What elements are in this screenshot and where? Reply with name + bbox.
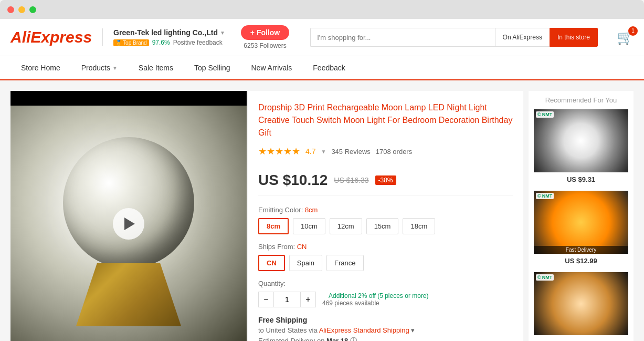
play-triangle-icon: [124, 218, 135, 230]
nmt-badge-1: © NMT: [536, 111, 554, 118]
shipping-section: Free Shipping to United States via AliEx…: [258, 316, 513, 341]
follow-section: + Follow 6253 Followers: [241, 25, 289, 49]
discount-badge: -38%: [375, 175, 396, 185]
ship-cn-button[interactable]: CN: [258, 255, 285, 271]
star-icons: ★★★★★: [258, 146, 300, 157]
delivery-info-icon[interactable]: ⓘ: [350, 337, 357, 341]
recommended-price-1: US $9.31: [534, 175, 628, 183]
quantity-available-text: 469 pieces available: [322, 299, 429, 307]
close-dot[interactable]: [7, 6, 14, 13]
recommended-sidebar: Recommended For You © NMT US $9.31 © NMT…: [529, 91, 634, 341]
delivery-date: Mar 18: [326, 337, 348, 341]
recommended-item-1[interactable]: © NMT US $9.31: [534, 109, 628, 183]
quantity-increase-button[interactable]: +: [300, 292, 316, 307]
nmt-icon-3: ©: [537, 275, 541, 280]
minimize-dot[interactable]: [18, 6, 25, 13]
recommended-item-3[interactable]: © NMT: [534, 272, 628, 335]
price-row: US $10.12 US $16.33 -38%: [258, 166, 513, 195]
medal-icon: 🏅: [115, 40, 122, 46]
fast-delivery-badge: Fast Delivery: [534, 246, 628, 254]
size-15cm-button[interactable]: 15cm: [366, 218, 399, 234]
header: AliExpress Green-Tek led lighting Co.,Lt…: [0, 19, 644, 56]
nmt-badge-3: © NMT: [536, 274, 554, 281]
rating-chevron[interactable]: ▼: [321, 149, 326, 154]
nav-top-selling[interactable]: Top Selling: [184, 56, 241, 79]
ships-from-row: Ships From: CN CN Spain France: [258, 243, 513, 271]
size-18cm-button[interactable]: 18cm: [403, 218, 435, 234]
free-shipping-label: Free Shipping: [258, 316, 513, 324]
recommended-image-2: © NMT Fast Delivery: [534, 191, 628, 254]
search-on-aliexpress-button[interactable]: On AliExpress: [495, 28, 550, 47]
nav-new-arrivals[interactable]: New Arrivals: [241, 56, 303, 79]
emitting-color-row: Emitting Color: 8cm 8cm 10cm 12cm 15cm 1…: [258, 206, 513, 234]
quantity-info: Additional 2% off (5 pieces or more) 469…: [322, 292, 429, 307]
main-content: Dropship 3D Print Rechargeable Moon Lamp…: [0, 80, 644, 341]
store-info: Green-Tek led lighting Co.,Ltd ▼ 🏅 Top B…: [102, 28, 225, 46]
current-price: US $10.12: [258, 172, 328, 189]
size-12cm-button[interactable]: 12cm: [330, 218, 362, 234]
nmt-icon-1: ©: [537, 112, 541, 117]
follow-button[interactable]: + Follow: [241, 25, 289, 40]
product-image-area: [10, 91, 247, 341]
cart-icon-wrapper[interactable]: 🛒 1: [617, 29, 634, 46]
nmt-icon-2: ©: [537, 193, 541, 199]
top-brand-badge: 🏅 Top Brand: [113, 39, 149, 46]
store-name-row: Green-Tek led lighting Co.,Ltd ▼: [113, 28, 225, 37]
rating-row: ★★★★★ 4.7 ▼ 345 Reviews 1708 orders: [258, 146, 513, 157]
emitting-color-label: Emitting Color: 8cm: [258, 206, 513, 214]
selected-ship-value: CN: [297, 243, 307, 251]
search-input[interactable]: [310, 28, 494, 47]
maximize-dot[interactable]: [29, 6, 36, 13]
size-options: 8cm 10cm 12cm 15cm 18cm: [258, 218, 513, 234]
cart-badge: 1: [628, 26, 638, 36]
quantity-input[interactable]: [274, 292, 300, 307]
nav-products[interactable]: Products ▼: [71, 56, 128, 79]
shipping-detail: to United States via AliExpress Standard…: [258, 326, 513, 334]
recommended-price-2: US $12.99: [534, 257, 628, 265]
followers-count: 6253 Followers: [244, 42, 286, 49]
feedback-percent: 97.6%: [152, 39, 170, 46]
estimated-delivery: Estimated Delivery on Mar 18 ⓘ: [258, 336, 513, 341]
reviews-count[interactable]: 345 Reviews: [331, 148, 370, 156]
size-10cm-button[interactable]: 10cm: [293, 218, 325, 234]
search-area: On AliExpress In this store: [310, 28, 598, 47]
ship-options: CN Spain France: [258, 255, 513, 271]
nmt-badge-2: © NMT: [536, 193, 554, 199]
ship-france-button[interactable]: France: [326, 255, 363, 271]
recommended-image-3: © NMT: [534, 272, 628, 335]
nav-products-label: Products: [81, 64, 110, 72]
recommended-title: Recommended For You: [534, 96, 628, 104]
ship-spain-button[interactable]: Spain: [289, 255, 322, 271]
quantity-decrease-button[interactable]: −: [258, 292, 274, 307]
moon-ball: [63, 137, 194, 268]
product-title: Dropship 3D Print Rechargeable Moon Lamp…: [258, 101, 513, 139]
quantity-discount-text: Additional 2% off (5 pieces or more): [329, 292, 429, 299]
original-price: US $16.33: [334, 176, 368, 184]
window-chrome: [0, 0, 644, 19]
selected-color-value: 8cm: [305, 206, 318, 214]
nav-feedback[interactable]: Feedback: [302, 56, 355, 79]
top-brand-label: Top Brand: [123, 40, 147, 46]
quantity-label: Quantity:: [258, 280, 513, 287]
rating-score: 4.7: [305, 147, 315, 156]
shipping-method-link[interactable]: AliExpress Standard Shipping: [319, 326, 409, 334]
nav-sale-items[interactable]: Sale Items: [128, 56, 184, 79]
play-button[interactable]: [113, 208, 144, 240]
quantity-controls: − +: [258, 292, 316, 307]
ships-from-label: Ships From: CN: [258, 243, 513, 251]
recommended-image-1: © NMT: [534, 109, 628, 172]
moon-image: [10, 106, 247, 342]
feedback-label: Positive feedback: [173, 39, 223, 46]
nav-store-home[interactable]: Store Home: [10, 56, 71, 79]
nav: Store Home Products ▼ Sale Items Top Sel…: [0, 56, 644, 80]
product-details: Dropship 3D Print Rechargeable Moon Lamp…: [248, 91, 523, 341]
moon-stand: [76, 263, 181, 326]
search-in-store-button[interactable]: In this store: [550, 28, 598, 47]
recommended-item-2[interactable]: © NMT Fast Delivery US $12.99: [534, 191, 628, 265]
store-meta: 🏅 Top Brand 97.6% Positive feedback: [113, 39, 225, 46]
aliexpress-logo[interactable]: AliExpress: [10, 28, 92, 46]
orders-count: 1708 orders: [376, 148, 412, 156]
nav-products-arrow: ▼: [112, 65, 118, 71]
store-dropdown-arrow[interactable]: ▼: [220, 30, 225, 36]
size-8cm-button[interactable]: 8cm: [258, 218, 289, 234]
